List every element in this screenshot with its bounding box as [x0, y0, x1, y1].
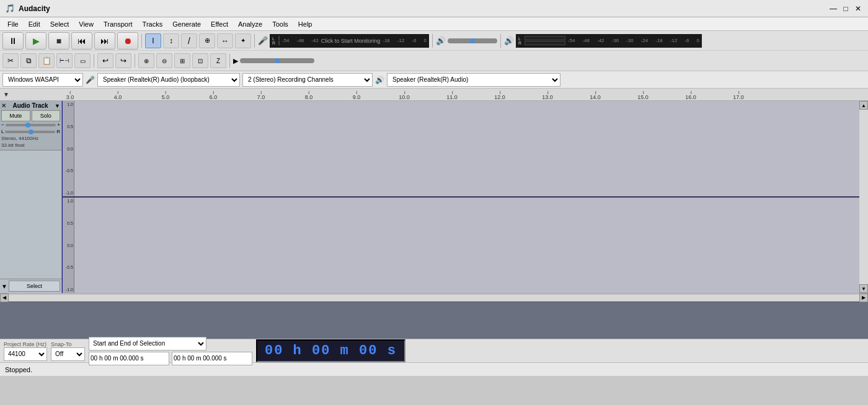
- edit-sep-3: [229, 54, 230, 68]
- fit-project-button[interactable]: ⊞: [174, 53, 190, 68]
- vertical-scrollbar[interactable]: ▲ ▼: [859, 101, 868, 293]
- skip-back-button[interactable]: ⏮: [71, 32, 92, 50]
- pause-button[interactable]: ⏸: [2, 32, 24, 50]
- ruler-tick-5: 5.0: [162, 94, 170, 100]
- ruler-tick-9: 9.0: [353, 94, 361, 100]
- track-mute-solo: Mute Solo: [1, 110, 60, 121]
- ruler-tick-17: 17.0: [733, 94, 744, 100]
- volume-icon: 🔊: [436, 36, 446, 45]
- toolbar-row-2: ✂ ⧉ 📋 ⊢⊣ ▭ ↩ ↪ ⊕ ⊖ ⊞ ⊡ Z ▶: [0, 51, 868, 71]
- select-row: ▼ Select: [0, 279, 61, 293]
- waveform-area[interactable]: 1.00.50.0-0.5-1.0 1.00.50.0-0.5-1.0: [62, 101, 859, 293]
- mic-device-icon: 🎤: [86, 76, 95, 84]
- ruler-tick-10: 10.0: [399, 94, 410, 100]
- multi-tool[interactable]: ✦: [235, 33, 251, 48]
- selection-mode-select[interactable]: Start and End of Selection: [89, 337, 206, 351]
- select-button[interactable]: Select: [9, 281, 60, 292]
- track-close-icon[interactable]: ✕: [1, 102, 6, 109]
- output-device-select[interactable]: Speaker (Realtek(R) Audio): [387, 73, 560, 87]
- select-tool[interactable]: I: [145, 33, 161, 48]
- silence-button[interactable]: ▭: [74, 53, 91, 68]
- vscroll-up[interactable]: ▲: [859, 101, 868, 110]
- track-panel: ✕ Audio Track ▼ Mute Solo − + L R: [0, 101, 62, 293]
- minimize-button[interactable]: —: [828, 4, 838, 14]
- menu-tracks[interactable]: Tracks: [138, 19, 168, 29]
- ruler-tick-12: 12.0: [494, 94, 505, 100]
- ruler-tick-11: 11.0: [446, 94, 458, 100]
- menu-edit[interactable]: Edit: [24, 19, 45, 29]
- stop-button[interactable]: ■: [48, 32, 69, 50]
- gain-plus-label: +: [57, 122, 60, 128]
- title-controls: — □ ✕: [828, 4, 863, 14]
- play-cursor-bottom: [62, 198, 63, 293]
- ruler-tick-8: 8.0: [305, 94, 313, 100]
- vscroll-down[interactable]: ▼: [859, 284, 868, 293]
- play-button[interactable]: ▶: [25, 32, 46, 50]
- menu-help[interactable]: Help: [293, 19, 317, 29]
- menu-analyze[interactable]: Analyze: [233, 19, 267, 29]
- toolbar-sep-2: [254, 34, 255, 48]
- menu-effect[interactable]: Effect: [206, 19, 233, 29]
- playback-speed-icon: ▶: [233, 57, 238, 65]
- project-rate-select[interactable]: 44100: [4, 347, 47, 361]
- digital-clock: 00 h 00 m 00 s: [256, 339, 405, 362]
- menu-view[interactable]: View: [74, 19, 99, 29]
- copy-button[interactable]: ⧉: [20, 53, 37, 68]
- input-device-select[interactable]: Speaker (Realtek(R) Audio) (loopback): [97, 73, 240, 87]
- input-meter: LR -54-48-42 Click to Start Monitoring -…: [270, 34, 429, 48]
- hscroll-right[interactable]: ▶: [859, 294, 868, 302]
- record-button[interactable]: ⏺: [117, 32, 138, 50]
- menu-file[interactable]: File: [2, 19, 24, 29]
- hscroll-track[interactable]: [9, 295, 859, 301]
- zoom-tool[interactable]: ⊕: [199, 33, 215, 48]
- pan-slider[interactable]: [5, 131, 55, 133]
- track-title-row: ✕ Audio Track ▼: [1, 102, 60, 109]
- mute-button[interactable]: Mute: [1, 110, 30, 121]
- maximize-button[interactable]: □: [841, 4, 851, 14]
- zoom-toggle-button[interactable]: Z: [210, 53, 226, 68]
- paste-button[interactable]: 📋: [38, 53, 55, 68]
- hscrollbar[interactable]: ◀ ▶: [0, 293, 868, 302]
- menu-transport[interactable]: Transport: [99, 19, 138, 29]
- yscale-bottom: 1.00.50.0-0.5-1.0: [62, 198, 74, 293]
- channels-select[interactable]: 2 (Stereo) Recording Channels: [242, 73, 373, 87]
- toolbars: ⏸ ▶ ■ ⏮ ⏭ ⏺ I ↕ / ⊕ ↔ ✦ 🎤 LR -54-48-42: [0, 31, 868, 71]
- menu-tools[interactable]: Tools: [267, 19, 293, 29]
- envelope-tool[interactable]: ↕: [163, 33, 179, 48]
- trim-button[interactable]: ⊢⊣: [56, 53, 73, 68]
- snap-to-select[interactable]: Off: [51, 347, 85, 361]
- selection-start-input[interactable]: [89, 352, 169, 365]
- selection-end-input[interactable]: [172, 352, 252, 365]
- selection-time-row: [89, 352, 252, 365]
- api-select[interactable]: Windows WASAPI: [2, 73, 83, 87]
- ruler-start-marker: ▼: [3, 91, 9, 98]
- draw-tool[interactable]: /: [181, 33, 197, 48]
- ruler-tick-6: 6.0: [210, 94, 218, 100]
- volume-slider[interactable]: [448, 38, 497, 43]
- ruler-tick-14: 14.0: [590, 94, 601, 100]
- mic-icon: 🎤: [258, 36, 268, 45]
- zoom-in-button[interactable]: ⊕: [138, 53, 154, 68]
- undo-button[interactable]: ↩: [97, 53, 113, 68]
- solo-button[interactable]: Solo: [32, 110, 61, 121]
- gain-slider[interactable]: [6, 124, 56, 126]
- menu-generate[interactable]: Generate: [167, 19, 206, 29]
- track-info: Stereo, 44100Hz: [1, 135, 60, 142]
- titlebar: 🎵 Audacity — □ ✕: [0, 0, 868, 17]
- monitor-label[interactable]: Click to Start Monitoring: [321, 38, 381, 44]
- vscroll-track[interactable]: [859, 110, 868, 284]
- project-rate-label: Project Rate (Hz): [4, 341, 47, 347]
- fit-track-button[interactable]: ⊡: [192, 53, 208, 68]
- cut-button[interactable]: ✂: [2, 53, 19, 68]
- hscroll-left[interactable]: ◀: [0, 294, 9, 302]
- close-button[interactable]: ✕: [853, 4, 863, 14]
- yscale-top: 1.00.50.0-0.5-1.0: [62, 101, 74, 196]
- timeshift-tool[interactable]: ↔: [217, 33, 233, 48]
- track-dropdown-icon[interactable]: ▼: [55, 103, 60, 109]
- track-collapse-icon[interactable]: ▼: [1, 283, 7, 290]
- menu-select[interactable]: Select: [45, 19, 74, 29]
- redo-button[interactable]: ↪: [115, 53, 131, 68]
- zoom-out-button[interactable]: ⊖: [156, 53, 172, 68]
- playback-speed-slider[interactable]: [240, 58, 314, 63]
- skip-forward-button[interactable]: ⏭: [94, 32, 115, 50]
